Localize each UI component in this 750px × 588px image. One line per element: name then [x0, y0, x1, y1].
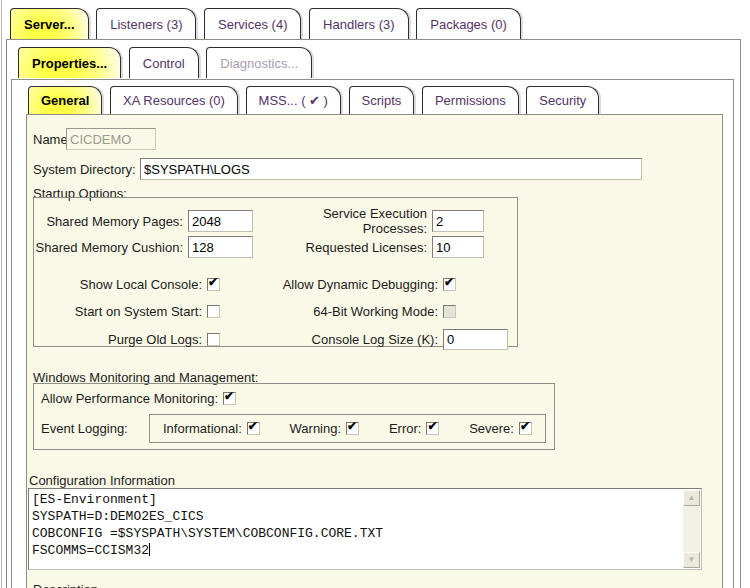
tab-diagnostics[interactable]: Diagnostics...: [206, 47, 312, 78]
console-log-size-label: Console Log Size (K):: [263, 332, 443, 347]
frame-border: [1, 0, 2, 588]
check-icon: ✔: [427, 419, 437, 434]
console-log-size-field[interactable]: [443, 329, 508, 350]
show-local-console-label: Show Local Console:: [34, 277, 207, 292]
tab-packages[interactable]: Packages (0): [416, 8, 521, 39]
purge-old-logs-label: Purge Old Logs:: [34, 332, 207, 347]
severe-label: Severe:: [469, 421, 514, 436]
scroll-up-icon: ▲: [688, 493, 696, 502]
64-bit-working-mode-label: 64-Bit Working Mode:: [263, 304, 443, 319]
check-icon: ✔: [444, 275, 454, 290]
server-tab-bar: Server... Listeners (3) Services (4) Han…: [10, 8, 525, 39]
show-local-console-checkbox[interactable]: ✔: [207, 278, 220, 291]
error-label: Error:: [389, 421, 422, 436]
tab-general[interactable]: General: [28, 86, 102, 114]
tab-services[interactable]: Services (4): [204, 8, 301, 39]
check-icon: ✔: [224, 389, 234, 404]
event-logging-label: Event Logging:: [41, 421, 149, 436]
shared-memory-pages-label: Shared Memory Pages:: [34, 214, 188, 229]
monitoring-group: Allow Performance Monitoring: ✔ Event Lo…: [33, 383, 555, 450]
scroll-down-icon: ▼: [688, 555, 696, 564]
error-checkbox[interactable]: ✔: [426, 422, 439, 435]
informational-checkbox[interactable]: ✔: [247, 422, 260, 435]
check-icon: ✔: [248, 419, 258, 434]
allow-dynamic-debugging-label: Allow Dynamic Debugging:: [263, 277, 443, 292]
properties-tab-bar: Properties... Control Diagnostics...: [18, 47, 316, 78]
scroll-up-button[interactable]: ▲: [683, 490, 700, 506]
startup-options-group: Shared Memory Pages: Service Execution P…: [33, 197, 518, 347]
tab-server[interactable]: Server...: [10, 8, 89, 39]
system-directory-label: System Directory:: [33, 162, 136, 177]
enterprise-server-admin-page: Server... Listeners (3) Services (4) Han…: [0, 0, 750, 588]
start-on-system-start-label: Start on System Start:: [34, 304, 207, 319]
check-icon: ✔: [520, 419, 530, 434]
scrollbar[interactable]: ▲ ▼: [683, 490, 700, 568]
warning-checkbox[interactable]: ✔: [346, 422, 359, 435]
allow-performance-monitoring-checkbox[interactable]: ✔: [223, 392, 236, 405]
allow-performance-monitoring-label: Allow Performance Monitoring:: [41, 391, 218, 406]
tab-permissions[interactable]: Permissions: [422, 86, 519, 114]
shared-memory-cushion-label: Shared Memory Cushion:: [34, 240, 188, 255]
configuration-information-label: Configuration Information: [29, 473, 175, 488]
tab-security[interactable]: Security: [526, 86, 599, 114]
64-bit-working-mode-checkbox: ✔: [443, 305, 456, 318]
service-execution-processes-label: Service Execution Processes:: [263, 206, 432, 236]
service-execution-processes-field[interactable]: [432, 210, 484, 232]
check-icon: ✔: [347, 419, 357, 434]
general-tab-bar: General XA Resources (0) MSS... ( ✔ ) Sc…: [28, 86, 603, 114]
configuration-text: [ES-Environment] SYSPATH=D:DEMO2ES_CICS …: [32, 492, 383, 558]
check-icon: ✔: [208, 275, 218, 290]
text-cursor: [149, 543, 150, 556]
tab-properties[interactable]: Properties...: [18, 47, 121, 78]
tab-listeners[interactable]: Listeners (3): [96, 8, 196, 39]
tab-scripts[interactable]: Scripts: [349, 86, 415, 114]
name-field: [66, 128, 156, 150]
event-logging-group: Informational: ✔ Warning: ✔ Error: ✔ Sev…: [149, 414, 546, 443]
start-on-system-start-checkbox[interactable]: ✔: [207, 305, 220, 318]
shared-memory-cushion-field[interactable]: [188, 236, 253, 258]
shared-memory-pages-field[interactable]: [188, 210, 253, 232]
tab-handlers[interactable]: Handlers (3): [309, 8, 409, 39]
system-directory-field[interactable]: [140, 158, 642, 180]
warning-label: Warning:: [290, 421, 342, 436]
tab-mss[interactable]: MSS... ( ✔ ): [246, 86, 341, 114]
requested-licenses-field[interactable]: [432, 236, 484, 258]
general-properties-form: Name: System Directory: Startup Options:…: [26, 114, 723, 588]
description-label: Description: [33, 582, 98, 588]
tab-xa-resources[interactable]: XA Resources (0): [110, 86, 238, 114]
requested-licenses-label: Requested Licenses:: [263, 240, 432, 255]
scroll-down-button[interactable]: ▼: [683, 552, 700, 568]
purge-old-logs-checkbox[interactable]: ✔: [207, 333, 220, 346]
informational-label: Informational:: [163, 421, 242, 436]
allow-dynamic-debugging-checkbox[interactable]: ✔: [443, 278, 456, 291]
severe-checkbox[interactable]: ✔: [519, 422, 532, 435]
configuration-information-textarea[interactable]: [ES-Environment] SYSPATH=D:DEMO2ES_CICS …: [28, 488, 702, 570]
tab-control[interactable]: Control: [129, 47, 199, 78]
